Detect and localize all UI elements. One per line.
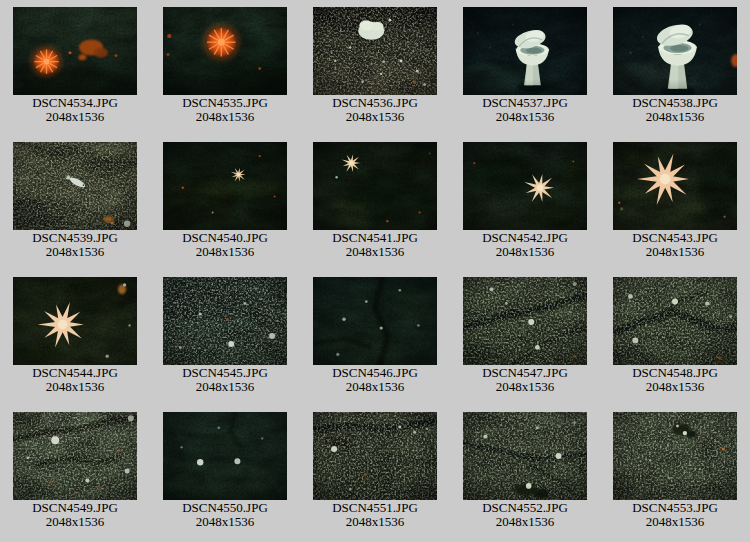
thumbnail-dimensions: 2048x1536 (496, 380, 555, 393)
thumbnail-image[interactable] (313, 277, 437, 365)
gallery-page: { "colors": { "page_background": "#cbcbc… (0, 0, 750, 542)
thumbnail-dimensions: 2048x1536 (46, 515, 105, 528)
gallery-item: DSCN4535.JPG 2048x1536 (150, 0, 300, 135)
thumbnail-filename: DSCN4540.JPG (182, 231, 268, 244)
gallery-item: DSCN4538.JPG 2048x1536 (600, 0, 750, 135)
gallery-item: DSCN4549.JPG 2048x1536 (0, 405, 150, 540)
thumbnail-filename: DSCN4536.JPG (332, 96, 418, 109)
thumbnail-image[interactable] (313, 412, 437, 500)
thumbnail-image[interactable] (613, 412, 737, 500)
thumbnail-filename: DSCN4538.JPG (632, 96, 718, 109)
thumbnail-filename: DSCN4549.JPG (32, 501, 118, 514)
thumbnail-image[interactable] (163, 142, 287, 230)
gallery-item: DSCN4537.JPG 2048x1536 (450, 0, 600, 135)
thumbnail-filename: DSCN4546.JPG (332, 366, 418, 379)
thumbnail-image[interactable] (613, 142, 737, 230)
thumbnail-dimensions: 2048x1536 (346, 110, 405, 123)
thumbnail-image[interactable] (13, 142, 137, 230)
thumbnail-dimensions: 2048x1536 (496, 515, 555, 528)
thumbnail-filename: DSCN4553.JPG (632, 501, 718, 514)
gallery-item: DSCN4536.JPG 2048x1536 (300, 0, 450, 135)
gallery-item: DSCN4539.JPG 2048x1536 (0, 135, 150, 270)
gallery-item: DSCN4548.JPG 2048x1536 (600, 270, 750, 405)
thumbnail-dimensions: 2048x1536 (196, 380, 255, 393)
thumbnail-dimensions: 2048x1536 (646, 245, 705, 258)
thumbnail-filename: DSCN4539.JPG (32, 231, 118, 244)
thumbnail-image[interactable] (613, 7, 737, 95)
thumbnail-image[interactable] (313, 142, 437, 230)
gallery-item: DSCN4547.JPG 2048x1536 (450, 270, 600, 405)
thumbnail-image[interactable] (613, 277, 737, 365)
thumbnail-dimensions: 2048x1536 (646, 515, 705, 528)
thumbnail-dimensions: 2048x1536 (346, 515, 405, 528)
thumbnail-image[interactable] (13, 412, 137, 500)
gallery-item: DSCN4534.JPG 2048x1536 (0, 0, 150, 135)
thumbnail-filename: DSCN4542.JPG (482, 231, 568, 244)
thumbnail-filename: DSCN4548.JPG (632, 366, 718, 379)
gallery-item: DSCN4543.JPG 2048x1536 (600, 135, 750, 270)
thumbnail-image[interactable] (13, 277, 137, 365)
thumbnail-dimensions: 2048x1536 (346, 245, 405, 258)
thumbnail-image[interactable] (313, 7, 437, 95)
gallery-item: DSCN4553.JPG 2048x1536 (600, 405, 750, 540)
thumbnail-dimensions: 2048x1536 (46, 245, 105, 258)
thumbnail-dimensions: 2048x1536 (646, 110, 705, 123)
thumbnail-image[interactable] (463, 7, 587, 95)
thumbnail-dimensions: 2048x1536 (646, 380, 705, 393)
thumbnail-filename: DSCN4534.JPG (32, 96, 118, 109)
thumbnail-image[interactable] (163, 412, 287, 500)
thumbnail-dimensions: 2048x1536 (196, 110, 255, 123)
thumbnail-dimensions: 2048x1536 (496, 245, 555, 258)
gallery-item: DSCN4544.JPG 2048x1536 (0, 270, 150, 405)
thumbnail-filename: DSCN4551.JPG (332, 501, 418, 514)
gallery-item: DSCN4541.JPG 2048x1536 (300, 135, 450, 270)
thumbnail-filename: DSCN4552.JPG (482, 501, 568, 514)
thumbnail-filename: DSCN4543.JPG (632, 231, 718, 244)
thumbnail-filename: DSCN4535.JPG (182, 96, 268, 109)
thumbnail-filename: DSCN4544.JPG (32, 366, 118, 379)
thumbnail-image[interactable] (463, 277, 587, 365)
gallery-item: DSCN4545.JPG 2048x1536 (150, 270, 300, 405)
thumbnail-image[interactable] (13, 7, 137, 95)
gallery-item: DSCN4540.JPG 2048x1536 (150, 135, 300, 270)
thumbnail-dimensions: 2048x1536 (196, 245, 255, 258)
thumbnail-dimensions: 2048x1536 (346, 380, 405, 393)
thumbnail-filename: DSCN4547.JPG (482, 366, 568, 379)
thumbnail-image[interactable] (163, 7, 287, 95)
gallery-item: DSCN4542.JPG 2048x1536 (450, 135, 600, 270)
thumbnail-image[interactable] (163, 277, 287, 365)
thumbnail-dimensions: 2048x1536 (196, 515, 255, 528)
thumbnail-image[interactable] (463, 142, 587, 230)
thumbnail-image[interactable] (463, 412, 587, 500)
thumbnail-dimensions: 2048x1536 (496, 110, 555, 123)
gallery-item: DSCN4550.JPG 2048x1536 (150, 405, 300, 540)
thumbnail-filename: DSCN4550.JPG (182, 501, 268, 514)
gallery-item: DSCN4551.JPG 2048x1536 (300, 405, 450, 540)
thumbnail-grid: DSCN4534.JPG 2048x1536 DSCN4535.JPG 2048… (0, 0, 750, 540)
thumbnail-filename: DSCN4541.JPG (332, 231, 418, 244)
thumbnail-dimensions: 2048x1536 (46, 110, 105, 123)
gallery-item: DSCN4552.JPG 2048x1536 (450, 405, 600, 540)
thumbnail-dimensions: 2048x1536 (46, 380, 105, 393)
thumbnail-filename: DSCN4537.JPG (482, 96, 568, 109)
thumbnail-filename: DSCN4545.JPG (182, 366, 268, 379)
gallery-item: DSCN4546.JPG 2048x1536 (300, 270, 450, 405)
